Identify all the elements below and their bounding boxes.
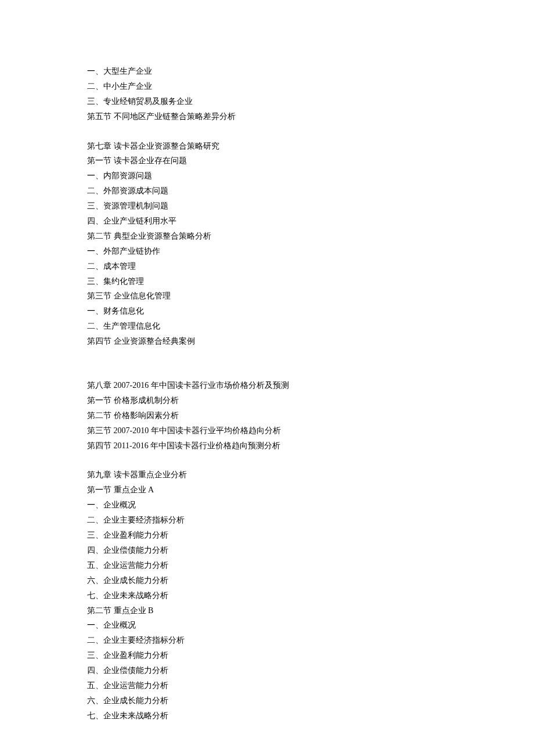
section-spacer	[87, 349, 447, 378]
toc-line: 七、企业未来战略分析	[87, 708, 447, 723]
toc-line: 第三节 企业信息化管理	[87, 289, 447, 304]
toc-line: 第四节 企业资源整合经典案例	[87, 334, 447, 349]
toc-line: 六、企业成长能力分析	[87, 573, 447, 588]
section-spacer	[87, 124, 447, 139]
toc-line: 四、企业偿债能力分析	[87, 543, 447, 558]
toc-line: 一、企业概况	[87, 498, 447, 513]
toc-line: 一、内部资源问题	[87, 168, 447, 183]
toc-line: 二、企业主要经济指标分析	[87, 513, 447, 528]
toc-line: 三、集约化管理	[87, 274, 447, 289]
toc-line: 三、企业盈利能力分析	[87, 648, 447, 663]
toc-line: 四、企业偿债能力分析	[87, 663, 447, 678]
chapter-title: 第八章 2007-2016 年中国读卡器行业市场价格分析及预测	[87, 378, 447, 393]
toc-line: 五、企业运营能力分析	[87, 558, 447, 573]
toc-line: 三、资源管理机制问题	[87, 199, 447, 214]
toc-line: 第四节 2011-2016 年中国读卡器行业价格趋向预测分析	[87, 438, 447, 453]
toc-line: 第一节 价格形成机制分析	[87, 393, 447, 408]
toc-line: 一、企业概况	[87, 618, 447, 633]
toc-line: 三、企业盈利能力分析	[87, 528, 447, 543]
toc-line: 第二节 重点企业 B	[87, 603, 447, 618]
toc-line: 一、财务信息化	[87, 304, 447, 319]
toc-line: 七、企业未来战略分析	[87, 588, 447, 603]
section-spacer	[87, 453, 447, 467]
toc-line: 六、企业成长能力分析	[87, 693, 447, 708]
toc-line: 第二节 价格影响因素分析	[87, 408, 447, 423]
toc-line: 二、外部资源成本问题	[87, 183, 447, 199]
toc-line: 二、中小生产企业	[87, 79, 447, 94]
toc-line: 五、企业运营能力分析	[87, 678, 447, 693]
toc-line: 第一节 读卡器企业存在问题	[87, 153, 447, 168]
toc-line: 二、生产管理信息化	[87, 319, 447, 334]
toc-line: 二、企业主要经济指标分析	[87, 633, 447, 648]
toc-line: 四、企业产业链利用水平	[87, 214, 447, 229]
document-content: 一、大型生产企业 二、中小生产企业 三、专业经销贸易及服务企业 第五节 不同地区…	[87, 64, 447, 723]
toc-line: 第五节 不同地区产业链整合策略差异分析	[87, 109, 447, 124]
toc-line: 二、成本管理	[87, 259, 447, 274]
toc-line: 一、外部产业链协作	[87, 244, 447, 259]
toc-line: 三、专业经销贸易及服务企业	[87, 94, 447, 109]
toc-line: 第三节 2007-2010 年中国读卡器行业平均价格趋向分析	[87, 423, 447, 438]
toc-line: 一、大型生产企业	[87, 64, 447, 79]
chapter-title: 第七章 读卡器企业资源整合策略研究	[87, 139, 447, 154]
chapter-title: 第九章 读卡器重点企业分析	[87, 467, 447, 483]
toc-line: 第一节 重点企业 A	[87, 483, 447, 498]
toc-line: 第二节 典型企业资源整合策略分析	[87, 229, 447, 244]
